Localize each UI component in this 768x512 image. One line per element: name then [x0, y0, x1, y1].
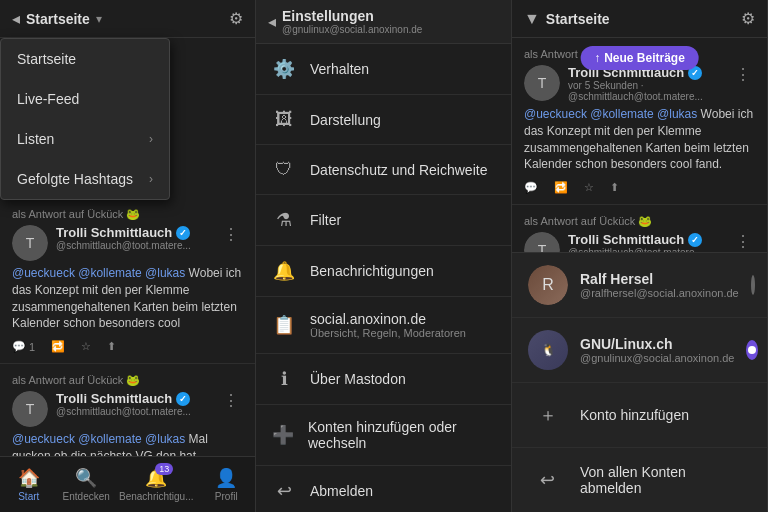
more-options-1[interactable]: ⋮ [219, 225, 243, 244]
reply-label-p3-2: als Antwort auf Ückück 🐸 [524, 215, 755, 228]
panel-startseite-dropdown: ◂ Startseite ▾ ⚙ Startseite Live-Feed Li… [0, 0, 256, 512]
account-item-gnu[interactable]: 🐧 GNU/Linux.ch @gnulinux@social.anoxinon… [512, 318, 767, 383]
verified-badge-p3-2: ✓ [688, 233, 702, 247]
post-info-1: Trolli Schmittlauch ✓ @schmittlauch@toot… [56, 225, 211, 251]
about-icon: ℹ [272, 368, 296, 390]
account-avatar-ralf: R [528, 265, 568, 305]
dropdown-item-startseite[interactable]: Startseite [1, 39, 169, 79]
post-author-1: Trolli Schmittlauch ✓ [56, 225, 211, 240]
verified-badge-2: ✓ [176, 392, 190, 406]
settings-server-group: social.anoxinon.de Übersicht, Regeln, Mo… [310, 311, 466, 339]
panel3-header: ▼ Startseite ⚙ [512, 0, 767, 38]
settings-item-darstellung[interactable]: 🖼 Darstellung [256, 95, 511, 145]
more-options-2[interactable]: ⋮ [219, 391, 243, 410]
panel1-title: Startseite [26, 11, 90, 27]
chevron-down-icon: ▾ [96, 12, 102, 26]
add-account-icon-btn: ＋ [528, 395, 568, 435]
notification-badge-container: 🔔 13 [145, 467, 167, 489]
reply-btn-p3-1[interactable]: 💬 [524, 181, 538, 194]
post-card-1: als Antwort auf Ückück 🐸 T Trolli Schmit… [0, 198, 255, 364]
account-radio-gnu [746, 340, 758, 360]
account-switcher: R Ralf Hersel @ralfhersel@social.anoxino… [512, 252, 767, 512]
boost-btn-p3-1[interactable]: 🔁 [554, 181, 568, 194]
settings-label-logout: Abmelden [310, 483, 373, 499]
settings-item-filter[interactable]: ⚗ Filter [256, 195, 511, 246]
panel3-settings-icon[interactable]: ⚙ [741, 9, 755, 28]
post-handle-1: @schmittlauch@toot.matere... [56, 240, 211, 251]
logout-all-action[interactable]: ↪ Von allen Konten abmelden [512, 448, 767, 512]
back-button[interactable]: ◂ [12, 9, 20, 28]
chevron-right-icon-2: › [149, 172, 153, 186]
settings-item-add-account[interactable]: ➕ Konten hinzufügen oder wechseln [256, 405, 511, 466]
post-text-p3-1: @ueckueck @kollemate @lukas Wobei ich da… [524, 106, 755, 173]
profile-icon: 👤 [215, 467, 237, 489]
account-avatar-gnu: 🐧 [528, 330, 568, 370]
fav-btn-p3-1[interactable]: ☆ [584, 181, 594, 194]
account-name-gnu: GNU/Linux.ch [580, 336, 734, 352]
reply-btn-1[interactable]: 💬 1 [12, 340, 35, 353]
share-btn-1[interactable]: ⬆ [107, 340, 116, 353]
settings-sublabel-server: Übersicht, Regeln, Moderatoren [310, 327, 466, 339]
post-info-p3-1: Trolli Schmittlauch ✓ vor 5 Sekunden · @… [568, 65, 723, 102]
fav-btn-1[interactable]: ☆ [81, 340, 91, 353]
settings-item-server[interactable]: 📋 social.anoxinon.de Übersicht, Regeln, … [256, 297, 511, 354]
more-options-p3-2[interactable]: ⋮ [731, 232, 755, 251]
header3-left: ▼ Startseite [524, 10, 610, 28]
account-radio-ralf [751, 275, 755, 295]
add-account-action[interactable]: ＋ Konto hinzufügen [512, 383, 767, 448]
avatar-img-2: T [12, 391, 48, 427]
logout-all-label: Von allen Konten abmelden [580, 464, 751, 496]
notifications-icon: 🔔 [272, 260, 296, 282]
nav-label-start: Start [18, 491, 39, 502]
settings-item-notifications[interactable]: 🔔 Benachrichtigungen [256, 246, 511, 297]
settings-label-notifications: Benachrichtigungen [310, 263, 434, 279]
reply-label-1: als Antwort auf Ückück 🐸 [12, 208, 243, 221]
panel-settings: ◂ Einstellungen @gnulinux@social.anoxino… [256, 0, 512, 512]
behavior-icon: ⚙️ [272, 58, 296, 80]
more-options-p3-1[interactable]: ⋮ [731, 65, 755, 84]
dropdown-item-hashtags[interactable]: Gefolgte Hashtags › [1, 159, 169, 199]
verified-badge-1: ✓ [176, 226, 190, 240]
nav-item-profile[interactable]: 👤 Profil [198, 463, 256, 506]
chevron-right-icon: › [149, 132, 153, 146]
settings-label-filter: Filter [310, 212, 341, 228]
add-account-icon: ➕ [272, 424, 294, 446]
nav-item-notifications[interactable]: 🔔 13 Benachrichtigu... [115, 463, 198, 506]
logout-all-icon: ↪ [528, 460, 568, 500]
settings-item-about[interactable]: ℹ Über Mastodon [256, 354, 511, 405]
post-meta-2: T Trolli Schmittlauch ✓ @schmittlauch@to… [12, 391, 243, 427]
filter-icon: ⚗ [272, 209, 296, 231]
settings-icon[interactable]: ⚙ [229, 9, 243, 28]
dropdown-item-listen[interactable]: Listen › [1, 119, 169, 159]
add-account-label: Konto hinzufügen [580, 407, 689, 423]
account-item-ralf[interactable]: R Ralf Hersel @ralfhersel@social.anoxino… [512, 253, 767, 318]
avatar-2: T [12, 391, 48, 427]
account-handle-gnu: @gnulinux@social.anoxinon.de [580, 352, 734, 364]
settings-item-privacy[interactable]: 🛡 Datenschutz und Reichweite [256, 145, 511, 195]
settings-back-button[interactable]: ◂ [268, 12, 276, 31]
nav-label-profile: Profil [215, 491, 238, 502]
boost-btn-1[interactable]: 🔁 [51, 340, 65, 353]
radio-inner-gnu [748, 346, 756, 354]
privacy-icon: 🛡 [272, 159, 296, 180]
panel3-back-button[interactable]: ▼ [524, 10, 540, 28]
share-btn-p3-1[interactable]: ⬆ [610, 181, 619, 194]
panel3-title: Startseite [546, 11, 610, 27]
account-info-ralf: Ralf Hersel @ralfhersel@social.anoxinon.… [580, 271, 739, 299]
dropdown-item-livefeed[interactable]: Live-Feed [1, 79, 169, 119]
nav-item-start[interactable]: 🏠 Start [0, 463, 58, 506]
gnu-avatar-img: 🐧 [528, 330, 568, 370]
settings-item-verhalten[interactable]: ⚙️ Verhalten [256, 44, 511, 95]
post-text-2: @ueckueck @kollemate @lukas Mal gucken o… [12, 431, 243, 456]
settings-item-logout[interactable]: ↪ Abmelden [256, 466, 511, 512]
nav-item-discover[interactable]: 🔍 Entdecken [58, 463, 116, 506]
nav-label-discover: Entdecken [63, 491, 110, 502]
post-actions-p3-1: 💬 🔁 ☆ ⬆ [524, 181, 755, 194]
panel2-header: ◂ Einstellungen @gnulinux@social.anoxino… [256, 0, 511, 44]
post-handle-2: @schmittlauch@toot.matere... [56, 406, 211, 417]
post-handle-p3-1: vor 5 Sekunden · @schmittlauch@toot.mate… [568, 80, 723, 102]
new-posts-button[interactable]: ↑ Neue Beiträge [580, 46, 699, 70]
search-icon: 🔍 [75, 467, 97, 489]
avatar-img-1: T [12, 225, 48, 261]
logout-icon: ↪ [272, 480, 296, 502]
